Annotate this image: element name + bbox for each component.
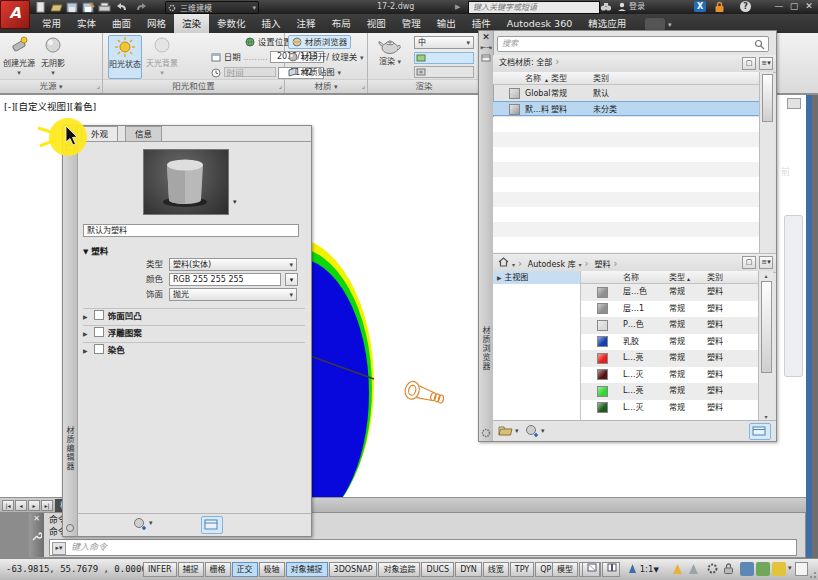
library-caret[interactable]: ▾ bbox=[579, 261, 582, 268]
lib-table-header[interactable]: 名称 类型▴ 类别 bbox=[581, 271, 758, 284]
expand-icon[interactable]: ▶ bbox=[83, 313, 88, 320]
material-mapping-button[interactable]: 材质贴图 ▾ bbox=[288, 66, 341, 78]
material-name-field[interactable]: 默认为塑料 bbox=[83, 224, 299, 237]
color-options-button[interactable]: ▾ bbox=[285, 273, 298, 286]
search-binoculars-icon[interactable] bbox=[600, 2, 612, 12]
home-icon[interactable] bbox=[498, 257, 509, 267]
autoscale-icon[interactable] bbox=[688, 563, 699, 575]
command-tools-icon[interactable] bbox=[31, 531, 42, 542]
workspace-switcher[interactable]: 三维建模 ▾ bbox=[165, 1, 259, 14]
library-material-row[interactable]: L…灭常规塑料 bbox=[581, 367, 758, 384]
home-caret[interactable]: ▾ bbox=[512, 261, 515, 268]
sun-status-button[interactable]: 阳光状态 bbox=[108, 35, 142, 79]
dialog-launcher-icon[interactable]: ⌟ bbox=[362, 80, 365, 93]
palette-close-icon[interactable]: ✕ bbox=[479, 31, 493, 44]
window-close-button[interactable]: ✕ bbox=[802, 0, 816, 13]
type-select[interactable]: 塑料(实体)▾ bbox=[169, 258, 297, 271]
tab-info[interactable]: 信息 bbox=[125, 126, 162, 142]
manage-library-caret[interactable]: ▾ bbox=[515, 427, 519, 435]
toggle-TPY[interactable]: TPY bbox=[510, 562, 534, 577]
display-options-button[interactable]: ▢ bbox=[742, 57, 756, 70]
section-浮雕图案[interactable]: ▶浮雕图案 bbox=[83, 325, 305, 341]
ribbon-tab-常用[interactable]: 常用 bbox=[34, 14, 69, 33]
create-material-caret[interactable]: ▾ bbox=[149, 519, 153, 527]
create-material-caret[interactable]: ▾ bbox=[541, 427, 545, 435]
search-expand-icon[interactable]: ▶ bbox=[455, 0, 460, 14]
prev-tab-icon[interactable]: ◂ bbox=[15, 500, 27, 511]
tree-item-home-view[interactable]: ▶ 主视图 bbox=[493, 271, 580, 284]
material-browser-titlebar[interactable]: ✕ ⇤⇥ 材质浏览器 bbox=[479, 31, 494, 441]
ribbon-tab-渲染[interactable]: 渲染 bbox=[174, 14, 209, 33]
render-quality-select[interactable]: 中▾ bbox=[414, 36, 474, 49]
section-checkbox[interactable] bbox=[94, 310, 104, 320]
help-search-input[interactable]: 键入关键字或短语 bbox=[468, 1, 600, 14]
tray-caret-icon[interactable]: ▾ bbox=[788, 564, 792, 572]
save-icon[interactable] bbox=[66, 2, 79, 13]
doc-scrollbar[interactable] bbox=[759, 72, 773, 253]
last-tab-icon[interactable]: ▸| bbox=[41, 500, 53, 511]
render-window-option[interactable] bbox=[414, 66, 474, 78]
panel-lights-label[interactable]: 光源 ▾⌟ bbox=[0, 79, 102, 93]
next-tab-icon[interactable]: ▸ bbox=[28, 500, 40, 511]
dialog-launcher-icon[interactable]: ⌟ bbox=[97, 80, 100, 93]
materials-textures-toggle[interactable]: 材质开/ 纹理关 ▾ bbox=[288, 51, 364, 63]
resize-grip[interactable] bbox=[809, 571, 817, 579]
no-shadow-button[interactable]: 无阴影▾ bbox=[37, 35, 69, 79]
color-field[interactable]: RGB 255 255 255 bbox=[169, 273, 281, 286]
doc-scrollbar-thumb[interactable] bbox=[762, 74, 773, 122]
library-material-row[interactable]: P…色常规塑料 bbox=[581, 317, 758, 334]
palette-bottom-icon[interactable] bbox=[481, 428, 491, 438]
toggle-INFER[interactable]: INFER bbox=[143, 562, 177, 577]
toggle-极轴[interactable]: 极轴 bbox=[259, 562, 285, 577]
panel-render-label[interactable]: 渲染 bbox=[368, 79, 480, 93]
section-染色[interactable]: ▶染色 bbox=[83, 342, 305, 358]
window-minimize-button[interactable]: — bbox=[772, 0, 786, 13]
document-materials-label[interactable]: 文档材质: 全部 bbox=[499, 55, 552, 71]
exchange-apps-icon[interactable]: X bbox=[694, 1, 706, 12]
open-file-icon[interactable] bbox=[50, 2, 63, 13]
tabbar-caret-icon[interactable]: ▾ bbox=[668, 21, 672, 29]
palette-properties-icon[interactable] bbox=[481, 54, 491, 62]
lib-scrollbar[interactable]: ▴ ▾ bbox=[758, 271, 773, 421]
ribbon-tab-实体[interactable]: 实体 bbox=[69, 14, 104, 33]
section-checkbox[interactable] bbox=[94, 327, 104, 337]
command-prompt-icon[interactable]: ▸▾ bbox=[52, 542, 66, 555]
library-material-row[interactable]: L…亮常规塑料 bbox=[581, 350, 758, 367]
ribbon-tab-注释[interactable]: 注释 bbox=[289, 14, 324, 33]
toggle-对象追踪[interactable]: 对象追踪 bbox=[378, 562, 420, 577]
ribbon-tab-管理[interactable]: 管理 bbox=[394, 14, 429, 33]
tray-trustedcad-icon[interactable] bbox=[756, 562, 770, 576]
ribbon-tab-曲面[interactable]: 曲面 bbox=[104, 14, 139, 33]
lib-scrollbar-thumb[interactable] bbox=[761, 281, 772, 373]
save-as-icon[interactable] bbox=[82, 2, 95, 13]
plastic-section-header[interactable]: ▼ 塑料 bbox=[83, 244, 108, 256]
material-preview[interactable] bbox=[143, 149, 229, 215]
layout1-icon[interactable] bbox=[582, 562, 600, 577]
undo-icon[interactable] bbox=[116, 2, 129, 13]
viewcube-hint[interactable]: 前 bbox=[781, 165, 790, 178]
ribbon-tab-网格[interactable]: 网格 bbox=[139, 14, 174, 33]
material-search-box[interactable]: 搜索 bbox=[497, 36, 769, 52]
ribbon-tab-参数化[interactable]: 参数化 bbox=[209, 14, 254, 33]
doc-material-row[interactable]: Global常规默认 bbox=[493, 86, 759, 101]
preview-options-caret[interactable]: ▾ bbox=[233, 198, 237, 206]
command-grip[interactable]: ✕ bbox=[29, 513, 44, 557]
open-editor-toggle[interactable] bbox=[749, 423, 771, 440]
scroll-up-icon[interactable]: ▴ bbox=[759, 271, 773, 280]
lock-trial-icon[interactable] bbox=[714, 1, 725, 13]
library-material-row[interactable]: L…灭常规塑料 bbox=[581, 400, 758, 417]
expand-icon[interactable]: ▶ bbox=[83, 330, 88, 337]
tray-bulb-icon[interactable] bbox=[772, 562, 786, 576]
help-icon[interactable]: ? bbox=[740, 1, 751, 12]
view-type-button[interactable]: ≡▾ bbox=[759, 256, 773, 269]
open-browser-toggle[interactable] bbox=[201, 516, 223, 534]
model-space-button[interactable]: 模型 bbox=[552, 562, 578, 577]
command-close-icon[interactable]: ✕ bbox=[29, 513, 44, 525]
ribbon-tab-插入[interactable]: 插入 bbox=[254, 14, 289, 33]
create-light-button[interactable]: 创建光源▾ bbox=[3, 35, 35, 79]
toggle-捕捉[interactable]: 捕捉 bbox=[178, 562, 204, 577]
workspace-gear-icon[interactable] bbox=[706, 562, 719, 575]
display-options-button[interactable]: ▢ bbox=[742, 256, 756, 269]
toggle-对象捕捉[interactable]: 对象捕捉 bbox=[286, 562, 328, 577]
toggle-栅格[interactable]: 栅格 bbox=[205, 562, 231, 577]
